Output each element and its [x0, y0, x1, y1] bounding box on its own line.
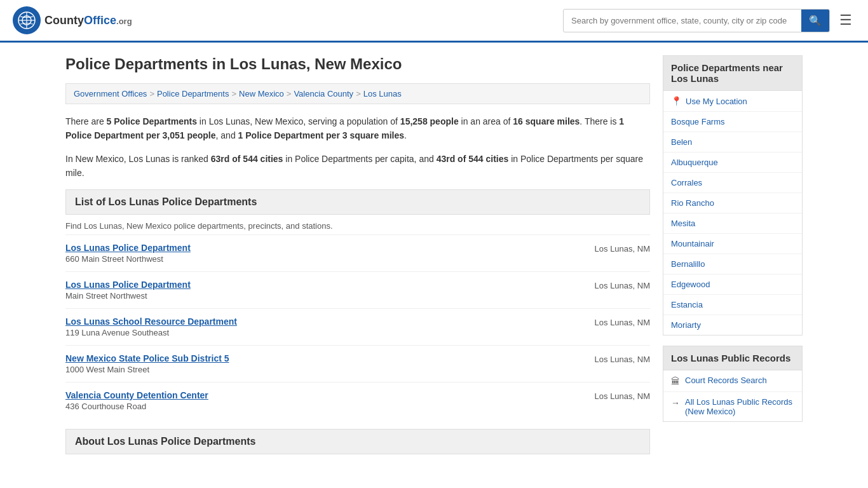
sidebar-city-link[interactable]: Estancia — [671, 300, 703, 309]
sidebar-city-link[interactable]: Edgewood — [671, 280, 710, 289]
description-p2: In New Mexico, Los Lunas is ranked 63rd … — [65, 152, 650, 180]
bold-population: 15,258 people — [400, 116, 459, 126]
pr-icon: → — [671, 398, 680, 408]
breadcrumb-sep-1: > — [149, 89, 154, 98]
department-entry: Los Lunas School Resource Department 119… — [65, 309, 650, 346]
list-section-desc: Find Los Lunas, New Mexico police depart… — [65, 215, 650, 235]
logo-icon — [13, 6, 41, 34]
about-section-title: About Los Lunas Police Departments — [75, 436, 255, 447]
sidebar-city-item: Moriarty — [663, 315, 802, 335]
sidebar-public-records-section: Los Lunas Public Records 🏛 Court Records… — [663, 346, 803, 422]
dept-address: 660 Main Street Northwest — [65, 254, 582, 264]
pr-link[interactable]: Court Records Search — [685, 376, 767, 385]
dept-address: 119 Luna Avenue Southeast — [65, 328, 582, 337]
main-container: Police Departments in Los Lunas, New Mex… — [53, 43, 815, 467]
breadcrumb-new-mexico[interactable]: New Mexico — [239, 89, 284, 98]
use-location-link[interactable]: Use My Location — [686, 97, 747, 106]
breadcrumb-police-depts[interactable]: Police Departments — [157, 89, 229, 98]
search-input[interactable] — [564, 11, 801, 30]
sidebar-city-item: Edgewood — [663, 274, 802, 295]
search-bar: 🔍 — [563, 9, 830, 32]
dept-address: 436 Courthouse Road — [65, 402, 582, 411]
sidebar-city-item: Albuquerque — [663, 152, 802, 173]
page-title: Police Departments in Los Lunas, New Mex… — [65, 55, 650, 73]
bold-rank-capita: 63rd of 544 cities — [211, 154, 283, 164]
search-button[interactable]: 🔍 — [801, 10, 829, 32]
dept-location: Los Lunas, NM — [582, 316, 650, 327]
dept-name-link[interactable]: Los Lunas Police Department — [65, 243, 582, 253]
bold-police-count: 5 Police Departments — [107, 116, 197, 126]
department-list: Los Lunas Police Department 660 Main Str… — [65, 235, 650, 419]
sidebar-use-location[interactable]: 📍 Use My Location — [663, 91, 802, 112]
list-section-header: List of Los Lunas Police Departments — [65, 189, 650, 215]
sidebar-public-records-title: Los Lunas Public Records — [663, 346, 802, 370]
site-header: CountyOffice.org 🔍 ☰ — [0, 0, 868, 43]
dept-location: Los Lunas, NM — [582, 353, 650, 364]
dept-name-link[interactable]: Los Lunas School Resource Department — [65, 316, 582, 327]
sidebar-city-item: Mountainair — [663, 234, 802, 254]
sidebar-city-item: Bernalillo — [663, 254, 802, 274]
sidebar-pr-list: 🏛 Court Records Search → All Los Lunas P… — [663, 370, 802, 421]
sidebar: Police Departments near Los Lunas 📍 Use … — [663, 55, 803, 454]
bold-rank-sqmile: 43rd of 544 cities — [437, 154, 509, 164]
breadcrumb-sep-4: > — [356, 89, 361, 98]
pr-icon: 🏛 — [671, 376, 680, 386]
bold-area: 16 square miles — [513, 116, 580, 126]
sidebar-city-link[interactable]: Belen — [671, 137, 692, 147]
breadcrumb-los-lunas[interactable]: Los Lunas — [363, 89, 402, 98]
sidebar-city-item: Corrales — [663, 173, 802, 193]
sidebar-pr-item: → All Los Lunas Public Records (New Mexi… — [663, 392, 802, 421]
dept-address: Main Street Northwest — [65, 291, 582, 301]
department-entry: Valencia County Detention Center 436 Cou… — [65, 383, 650, 419]
logo-area: CountyOffice.org — [13, 6, 132, 34]
sidebar-city-item: Mesita — [663, 214, 802, 234]
sidebar-city-link[interactable]: Rio Rancho — [671, 198, 714, 208]
breadcrumb-sep-2: > — [231, 89, 236, 98]
breadcrumb-gov-offices[interactable]: Government Offices — [74, 89, 147, 98]
header-right: 🔍 ☰ — [563, 9, 855, 32]
description-p1: There are 5 Police Departments in Los Lu… — [65, 114, 650, 143]
sidebar-nearby-title: Police Departments near Los Lunas — [663, 56, 802, 91]
main-content: Police Departments in Los Lunas, New Mex… — [65, 55, 650, 454]
sidebar-city-item: Belen — [663, 132, 802, 152]
pr-link[interactable]: All Los Lunas Public Records (New Mexico… — [685, 397, 794, 416]
sidebar-pr-item: 🏛 Court Records Search — [663, 370, 802, 392]
dept-location: Los Lunas, NM — [582, 243, 650, 254]
sidebar-city-item: Estancia — [663, 295, 802, 315]
sidebar-city-item: Bosque Farms — [663, 112, 802, 132]
sidebar-city-link[interactable]: Corrales — [671, 178, 702, 187]
sidebar-city-link[interactable]: Albuquerque — [671, 158, 718, 167]
sidebar-cities-list: Bosque FarmsBelenAlbuquerqueCorralesRio … — [663, 112, 802, 335]
department-entry: Los Lunas Police Department 660 Main Str… — [65, 235, 650, 272]
logo-text: CountyOffice.org — [44, 14, 132, 27]
sidebar-city-link[interactable]: Bosque Farms — [671, 117, 725, 126]
about-section-header: About Los Lunas Police Departments — [65, 429, 650, 454]
breadcrumb-valencia-county[interactable]: Valencia County — [294, 89, 353, 98]
sidebar-city-link[interactable]: Mesita — [671, 219, 695, 228]
dept-location: Los Lunas, NM — [582, 390, 650, 401]
department-entry: New Mexico State Police Sub District 5 1… — [65, 346, 650, 383]
sidebar-city-link[interactable]: Bernalillo — [671, 259, 705, 269]
sidebar-nearby-section: Police Departments near Los Lunas 📍 Use … — [663, 55, 803, 336]
about-section: About Los Lunas Police Departments — [65, 429, 650, 454]
dept-name-link[interactable]: Valencia County Detention Center — [65, 390, 582, 400]
list-section-title: List of Los Lunas Police Departments — [75, 196, 257, 207]
location-icon: 📍 — [671, 96, 682, 106]
sidebar-city-link[interactable]: Moriarty — [671, 320, 701, 330]
dept-location: Los Lunas, NM — [582, 280, 650, 290]
department-entry: Los Lunas Police Department Main Street … — [65, 272, 650, 309]
bold-per-sqmile: 1 Police Department per 3 square miles — [238, 130, 404, 140]
menu-icon[interactable]: ☰ — [836, 9, 855, 32]
dept-address: 1000 West Main Street — [65, 365, 582, 374]
sidebar-city-link[interactable]: Mountainair — [671, 239, 714, 248]
breadcrumb: Government Offices > Police Departments … — [65, 83, 650, 104]
dept-name-link[interactable]: Los Lunas Police Department — [65, 280, 582, 290]
breadcrumb-sep-3: > — [287, 89, 292, 98]
dept-name-link[interactable]: New Mexico State Police Sub District 5 — [65, 353, 582, 363]
sidebar-city-item: Rio Rancho — [663, 193, 802, 214]
